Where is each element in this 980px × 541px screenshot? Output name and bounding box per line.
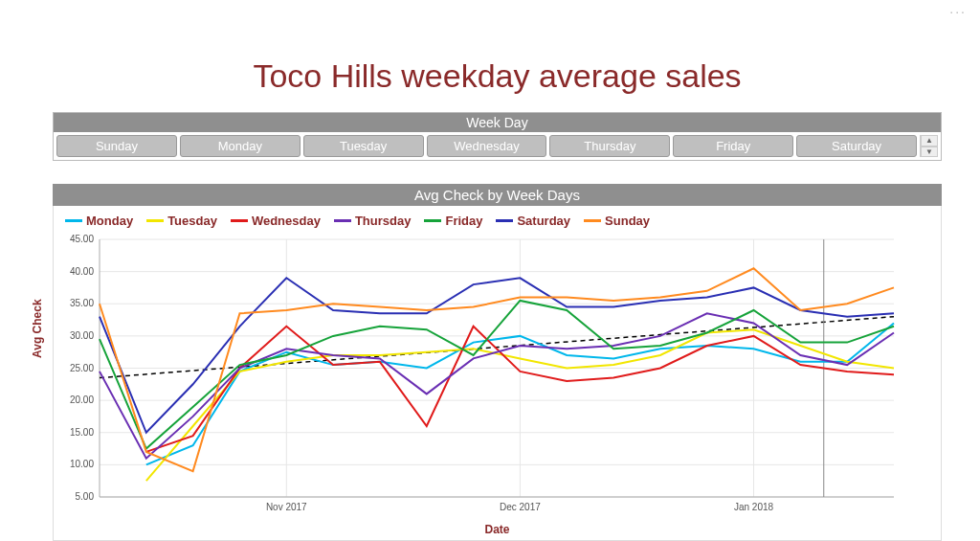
chart-title: Avg Check by Week Days: [53, 184, 942, 206]
filter-btn-monday[interactable]: Monday: [180, 135, 301, 157]
legend-swatch-icon: [424, 219, 441, 222]
legend-label: Wednesday: [252, 214, 321, 228]
svg-text:10.00: 10.00: [70, 459, 94, 469]
svg-text:35.00: 35.00: [70, 298, 94, 308]
page-title: Toco Hills weekday average sales: [53, 57, 942, 95]
filter-scroll-up-icon[interactable]: ▲: [921, 135, 938, 147]
svg-text:5.00: 5.00: [76, 491, 95, 502]
legend-swatch-icon: [65, 219, 82, 222]
legend-swatch-icon: [146, 219, 164, 222]
legend-label: Sunday: [605, 214, 650, 228]
legend-item-sunday[interactable]: Sunday: [584, 214, 650, 228]
filter-btn-wednesday[interactable]: Wednesday: [427, 135, 547, 157]
legend-item-friday[interactable]: Friday: [424, 214, 482, 228]
legend-item-wednesday[interactable]: Wednesday: [231, 214, 321, 228]
svg-text:45.00: 45.00: [70, 234, 94, 244]
legend-item-thursday[interactable]: Thursday: [334, 214, 412, 228]
legend-label: Saturday: [517, 214, 570, 228]
legend-swatch-icon: [231, 219, 248, 222]
legend-label: Tuesday: [167, 214, 217, 228]
y-axis-label: Avg Check: [31, 299, 44, 358]
filter-scroll: ▲ ▼: [920, 135, 938, 157]
chart-plot-area[interactable]: Avg Check 5.0010.0015.0020.0025.0030.003…: [61, 234, 933, 521]
svg-text:40.00: 40.00: [70, 266, 94, 277]
legend-item-tuesday[interactable]: Tuesday: [146, 214, 217, 228]
more-options-icon[interactable]: ···: [949, 4, 967, 19]
filter-btn-saturday[interactable]: Saturday: [796, 135, 917, 157]
filter-scroll-down-icon[interactable]: ▼: [921, 147, 938, 158]
chart-svg: 5.0010.0015.0020.0025.0030.0035.0040.004…: [61, 234, 903, 521]
legend-swatch-icon: [334, 219, 351, 222]
weekday-filter-panel: Week Day Sunday Monday Tuesday Wednesday…: [53, 112, 942, 161]
series-friday: [100, 301, 894, 449]
x-axis-label: Date: [61, 523, 933, 536]
svg-text:20.00: 20.00: [70, 394, 94, 405]
legend-item-monday[interactable]: Monday: [65, 214, 133, 228]
svg-text:15.00: 15.00: [70, 427, 94, 438]
chart-panel: Avg Check by Week Days MondayTuesdayWedn…: [53, 184, 942, 541]
legend-swatch-icon: [584, 219, 601, 222]
filter-btn-thursday[interactable]: Thursday: [549, 135, 670, 157]
weekday-filter-title: Week Day: [54, 113, 941, 132]
legend-label: Monday: [86, 214, 133, 228]
report-page: ··· Toco Hills weekday average sales Wee…: [0, 0, 980, 541]
weekday-filter-row: Sunday Monday Tuesday Wednesday Thursday…: [54, 132, 941, 160]
filter-btn-sunday[interactable]: Sunday: [56, 135, 177, 157]
legend-label: Thursday: [355, 214, 412, 228]
chart-body: MondayTuesdayWednesdayThursdayFridaySatu…: [53, 206, 942, 541]
filter-btn-friday[interactable]: Friday: [673, 135, 793, 157]
svg-text:Dec 2017: Dec 2017: [500, 502, 541, 512]
svg-text:Jan 2018: Jan 2018: [734, 502, 774, 512]
svg-text:25.00: 25.00: [70, 363, 94, 373]
legend-swatch-icon: [496, 219, 513, 222]
filter-btn-tuesday[interactable]: Tuesday: [303, 135, 424, 157]
svg-text:30.00: 30.00: [70, 330, 94, 341]
chart-legend: MondayTuesdayWednesdayThursdayFridaySatu…: [61, 212, 933, 234]
legend-label: Friday: [445, 214, 482, 228]
legend-item-saturday[interactable]: Saturday: [496, 214, 570, 228]
svg-text:Nov 2017: Nov 2017: [266, 502, 307, 512]
